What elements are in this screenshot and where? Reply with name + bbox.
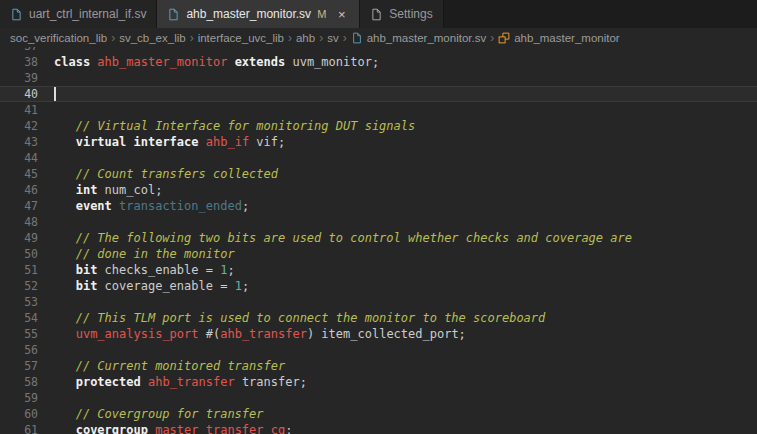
line-number[interactable]: 41: [0, 102, 38, 118]
breadcrumb-item-interface_uvc_lib[interactable]: interface_uvc_lib: [198, 32, 284, 44]
code-line-47[interactable]: 47 event transaction_ended;: [0, 198, 757, 214]
breadcrumb-separator-icon: ›: [319, 31, 323, 45]
file-icon: [351, 32, 363, 44]
code-line-39[interactable]: 39: [0, 70, 757, 86]
code-text: [38, 294, 757, 310]
tab-bar: uart_ctrl_internal_if.sv ahb_master_moni…: [0, 0, 757, 28]
breadcrumb-label: sv_cb_ex_lib: [119, 32, 185, 44]
code-text: [38, 47, 757, 54]
code-line-37[interactable]: 37: [0, 47, 757, 54]
symbol-class-icon: [498, 32, 510, 44]
code-line-53[interactable]: 53: [0, 294, 757, 310]
close-tab-icon[interactable]: ×: [334, 7, 349, 22]
code-text: [38, 342, 757, 358]
line-number[interactable]: 44: [0, 150, 38, 166]
tab-settings[interactable]: Settings: [360, 0, 443, 28]
line-number[interactable]: 37: [0, 47, 38, 54]
breadcrumb: soc_verification_lib›sv_cb_ex_lib›interf…: [0, 28, 757, 47]
code-text: [38, 86, 757, 102]
code-text: [38, 150, 757, 166]
breadcrumb-separator-icon: ›: [490, 31, 494, 45]
code-text: covergroup master_transfer_cg;: [38, 422, 757, 434]
line-number[interactable]: 42: [0, 118, 38, 134]
breadcrumb-item-ahb_master_monitor[interactable]: ahb_master_monitor: [498, 32, 619, 44]
code-line-54[interactable]: 54 // This TLM port is used to connect t…: [0, 310, 757, 326]
line-number[interactable]: 46: [0, 182, 38, 198]
code-text: int num_col;: [38, 182, 757, 198]
breadcrumb-item-ahb_master_monitor.sv[interactable]: ahb_master_monitor.sv: [351, 32, 487, 44]
code-line-42[interactable]: 42 // Virtual Interface for monitoring D…: [0, 118, 757, 134]
tab-ahb-master-monitor[interactable]: ahb_master_monitor.sv M ×: [157, 0, 360, 28]
line-number[interactable]: 48: [0, 214, 38, 230]
line-number[interactable]: 39: [0, 70, 38, 86]
code-line-58[interactable]: 58 protected ahb_transfer transfer;: [0, 374, 757, 390]
line-number[interactable]: 53: [0, 294, 38, 310]
code-line-51[interactable]: 51 bit checks_enable = 1;: [0, 262, 757, 278]
breadcrumb-separator-icon: ›: [111, 31, 115, 45]
line-number[interactable]: 49: [0, 230, 38, 246]
line-number[interactable]: 43: [0, 134, 38, 150]
line-number[interactable]: 40: [0, 86, 38, 102]
line-number[interactable]: 58: [0, 374, 38, 390]
code-line-56[interactable]: 56: [0, 342, 757, 358]
code-text: // This TLM port is used to connect the …: [38, 310, 757, 326]
breadcrumb-item-soc_verification_lib[interactable]: soc_verification_lib: [10, 32, 107, 44]
code-text: protected ahb_transfer transfer;: [38, 374, 757, 390]
line-number[interactable]: 50: [0, 246, 38, 262]
editor[interactable]: 3738class ahb_master_monitor extends uvm…: [0, 47, 757, 434]
code-line-49[interactable]: 49 // The following two bits are used to…: [0, 230, 757, 246]
breadcrumb-separator-icon: ›: [343, 31, 347, 45]
code-line-48[interactable]: 48: [0, 214, 757, 230]
line-number[interactable]: 57: [0, 358, 38, 374]
code-line-55[interactable]: 55 uvm_analysis_port #(ahb_transfer) ite…: [0, 326, 757, 342]
code-text: // Count transfers collected: [38, 166, 757, 182]
code-text: [38, 70, 757, 86]
code-text: bit coverage_enable = 1;: [38, 278, 757, 294]
breadcrumb-separator-icon: ›: [190, 31, 194, 45]
code-line-46[interactable]: 46 int num_col;: [0, 182, 757, 198]
code-text: uvm_analysis_port #(ahb_transfer) item_c…: [38, 326, 757, 342]
code-text: // Current monitored transfer: [38, 358, 757, 374]
git-modified-badge: M: [317, 8, 326, 20]
code-line-60[interactable]: 60 // Covergroup for transfer: [0, 406, 757, 422]
line-number[interactable]: 60: [0, 406, 38, 422]
line-number[interactable]: 55: [0, 326, 38, 342]
code-text: bit checks_enable = 1;: [38, 262, 757, 278]
line-number[interactable]: 45: [0, 166, 38, 182]
breadcrumb-item-sv_cb_ex_lib[interactable]: sv_cb_ex_lib: [119, 32, 185, 44]
code-text: // done in the monitor: [38, 246, 757, 262]
line-number[interactable]: 56: [0, 342, 38, 358]
breadcrumb-label: ahb_master_monitor.sv: [367, 32, 487, 44]
breadcrumb-item-sv[interactable]: sv: [327, 32, 339, 44]
code-text: [38, 214, 757, 230]
line-number[interactable]: 59: [0, 390, 38, 406]
line-number[interactable]: 61: [0, 422, 38, 434]
code-line-52[interactable]: 52 bit coverage_enable = 1;: [0, 278, 757, 294]
tab-label: ahb_master_monitor.sv: [186, 7, 311, 21]
code-line-40[interactable]: 40: [0, 86, 757, 102]
code-text: // Virtual Interface for monitoring DUT …: [38, 118, 757, 134]
code-text: [38, 102, 757, 118]
code-line-41[interactable]: 41: [0, 102, 757, 118]
code-line-44[interactable]: 44: [0, 150, 757, 166]
line-number[interactable]: 54: [0, 310, 38, 326]
code-line-59[interactable]: 59: [0, 390, 757, 406]
code-text: virtual interface ahb_if vif;: [38, 134, 757, 150]
breadcrumb-label: soc_verification_lib: [10, 32, 107, 44]
tab-label: uart_ctrl_internal_if.sv: [29, 7, 146, 21]
code-text: // Covergroup for transfer: [38, 406, 757, 422]
line-number[interactable]: 38: [0, 54, 38, 70]
tab-uart-ctrl-internal-if[interactable]: uart_ctrl_internal_if.sv: [0, 0, 157, 28]
code-line-57[interactable]: 57 // Current monitored transfer: [0, 358, 757, 374]
code-line-43[interactable]: 43 virtual interface ahb_if vif;: [0, 134, 757, 150]
code-line-45[interactable]: 45 // Count transfers collected: [0, 166, 757, 182]
code-line-61[interactable]: 61 covergroup master_transfer_cg;: [0, 422, 757, 434]
code-line-38[interactable]: 38class ahb_master_monitor extends uvm_m…: [0, 54, 757, 70]
breadcrumb-item-ahb[interactable]: ahb: [296, 32, 315, 44]
line-number[interactable]: 51: [0, 262, 38, 278]
line-number[interactable]: 47: [0, 198, 38, 214]
breadcrumb-separator-icon: ›: [288, 31, 292, 45]
tab-label: Settings: [389, 7, 432, 21]
line-number[interactable]: 52: [0, 278, 38, 294]
code-line-50[interactable]: 50 // done in the monitor: [0, 246, 757, 262]
